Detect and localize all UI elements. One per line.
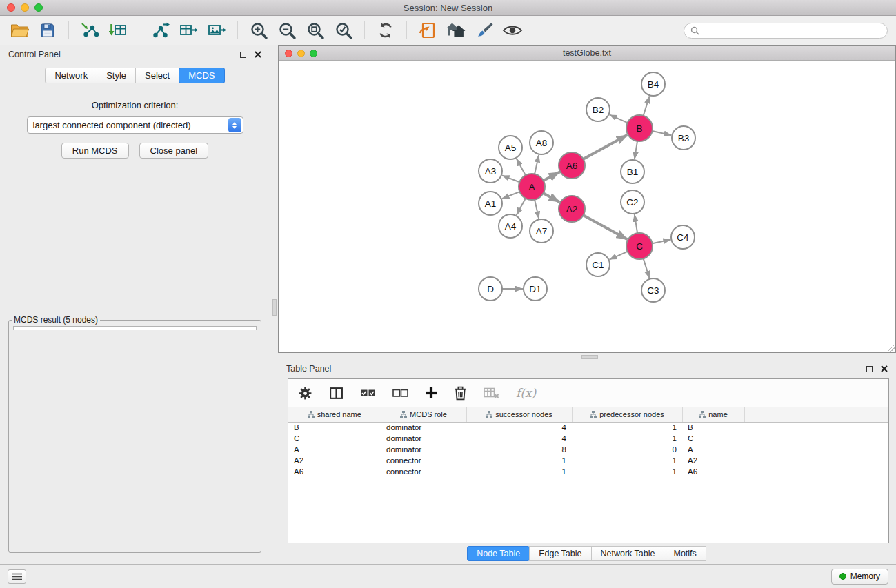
graph-node-A[interactable]: A [519,174,545,200]
search-input[interactable] [703,26,881,35]
zoom-network-window-button[interactable] [310,50,317,57]
show-columns-button[interactable] [329,386,344,401]
network-canvas[interactable]: B4B2BB3A8A5A6A3B1AC2A1A2A4A7C4CC1DD1C3 [279,61,895,352]
tab-network[interactable]: Network [45,68,97,83]
search-box[interactable] [684,23,888,39]
table-cell[interactable]: dominator [381,422,466,433]
table-cell[interactable]: C [288,433,381,444]
table-cell[interactable]: dominator [381,433,466,444]
graph-node-A4[interactable]: A4 [499,214,522,238]
export-image-button[interactable] [206,19,228,41]
table-cell[interactable]: 1 [572,466,682,477]
panel-split-handle[interactable] [270,45,278,564]
graph-edge-C-C1[interactable] [609,252,627,260]
zoom-out-button[interactable] [276,19,298,41]
table-cell[interactable]: 0 [572,444,682,455]
table-settings-button[interactable] [298,386,312,401]
tab-style[interactable]: Style [97,68,136,83]
table-cell[interactable]: 8 [466,444,572,455]
graph-edge-A2-C[interactable] [584,215,628,239]
close-panel-icon[interactable] [255,51,261,58]
table-row[interactable]: Cdominator41C [288,433,888,444]
close-panel-button[interactable]: Close panel [139,143,209,159]
export-table-button[interactable] [177,19,199,41]
tab-mcds[interactable]: MCDS [179,68,224,83]
close-table-panel-icon[interactable] [881,365,888,372]
graph-node-B[interactable]: B [626,115,653,141]
graph-edge-C-C3[interactable] [644,258,650,278]
graph-edge-B-B1[interactable] [635,141,637,159]
tab-select[interactable]: Select [135,68,179,83]
select-all-button[interactable] [360,388,376,398]
window-resize-grip[interactable] [888,345,895,352]
graph-edge-B-B2[interactable] [609,114,627,123]
table-cell[interactable]: A [682,444,744,455]
graph-node-A6[interactable]: A6 [559,152,585,179]
table-cell[interactable]: dominator [381,444,466,455]
table-cell[interactable]: 1 [572,422,682,433]
graph-node-A1[interactable]: A1 [479,192,502,215]
graph-node-C[interactable]: C [626,233,653,259]
table-cell[interactable]: 4 [466,422,572,433]
open-file-button[interactable] [8,19,30,41]
table-cell[interactable]: 1 [572,455,682,466]
delete-table-button[interactable] [484,387,499,400]
graph-node-A8[interactable]: A8 [530,131,553,154]
table-cell[interactable]: A2 [682,455,744,466]
graph-node-D[interactable]: D [479,277,502,301]
graph-edge-A6-B[interactable] [584,135,628,159]
tab-network-table[interactable]: Network Table [591,546,665,561]
home-button[interactable] [445,19,467,41]
deselect-all-button[interactable] [392,388,408,398]
table-cell[interactable]: A6 [288,466,381,477]
graph-edge-A-A5[interactable] [517,159,526,176]
graph-node-A3[interactable]: A3 [479,159,502,183]
run-mcds-button[interactable]: Run MCDS [61,143,129,159]
mcds-result-item[interactable]: A2 [17,328,252,330]
function-builder-button[interactable]: f(x) [516,386,536,400]
import-table-button[interactable] [107,19,129,41]
table-split-handle[interactable] [278,353,896,360]
graph-edge-A-A8[interactable] [535,155,539,174]
float-panel-icon[interactable] [240,52,246,58]
tab-node-table[interactable]: Node Table [467,546,530,561]
graph-edge-A-A7[interactable] [535,200,539,219]
close-network-window-button[interactable] [285,50,292,57]
graph-edge-C-C4[interactable] [653,240,671,244]
table-row[interactable]: A2connector11A2 [288,455,888,466]
export-network-button[interactable] [149,19,171,41]
table-cell[interactable]: A2 [288,455,381,466]
table-cell[interactable]: A6 [682,466,744,477]
zoom-in-button[interactable] [248,19,270,41]
column-header-name[interactable]: name [682,407,744,422]
graph-edge-A-A2[interactable] [544,193,560,202]
graph-edge-A-A6[interactable] [544,172,560,181]
column-header-successor-nodes[interactable]: successor nodes [466,407,572,422]
graph-node-C4[interactable]: C4 [671,225,695,249]
import-network-button[interactable] [79,19,101,41]
memory-button[interactable]: Memory [831,569,888,585]
graph-node-D1[interactable]: D1 [524,277,547,301]
table-cell[interactable]: B [682,422,744,433]
table-row[interactable]: Bdominator41B [288,422,888,433]
zoom-fit-button[interactable] [304,19,326,41]
graph-edge-C-C2[interactable] [635,214,637,233]
zoom-selected-button[interactable] [332,19,355,41]
graph-node-B1[interactable]: B1 [621,160,644,183]
graph-edge-B-B3[interactable] [653,131,672,135]
graph-node-A2[interactable]: A2 [559,196,585,222]
graph-node-C1[interactable]: C1 [586,253,610,276]
graph-edge-B-B4[interactable] [644,96,650,116]
show-panels-button[interactable] [8,569,26,584]
graph-edge-A-A4[interactable] [517,199,526,216]
table-cell[interactable]: A [288,444,381,455]
close-window-button[interactable] [7,3,15,12]
graph-node-B2[interactable]: B2 [586,98,610,121]
graph-node-A7[interactable]: A7 [530,219,553,243]
minimize-window-button[interactable] [21,3,29,12]
criterion-select[interactable]: largest connected component (directed) [27,116,243,134]
minimize-network-window-button[interactable] [297,50,305,57]
graph-node-C3[interactable]: C3 [641,278,665,302]
table-cell[interactable]: 4 [466,433,572,444]
float-table-panel-icon[interactable] [866,366,873,372]
